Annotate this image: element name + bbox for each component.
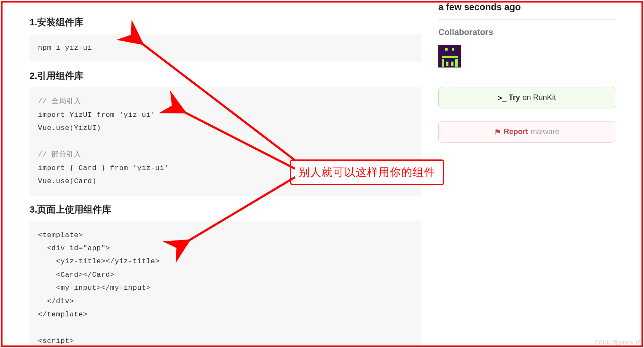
report-malware-button[interactable]: Report malware bbox=[438, 121, 615, 143]
annotation-callout: 别人就可以这样用你的组件 bbox=[290, 159, 444, 185]
report-label-rest: malware bbox=[531, 127, 559, 136]
published-time: a few seconds ago bbox=[438, 0, 615, 19]
code-block-install: npm i yiz-ui bbox=[30, 34, 421, 62]
code-block-usage: <template> <div id="app"> <yiz-title></y… bbox=[30, 221, 421, 348]
code-line: Vue.use(Card) bbox=[38, 177, 97, 185]
code-comment: // 全局引入 bbox=[38, 97, 81, 105]
try-runkit-button[interactable]: >_ Try on RunKit bbox=[438, 87, 615, 108]
terminal-icon: >_ bbox=[498, 93, 506, 102]
code-line: import YizUI from 'yiz-ui' bbox=[38, 111, 155, 119]
report-label-bold: Report bbox=[504, 127, 528, 136]
section-2-title: 2.引用组件库 bbox=[30, 70, 421, 82]
watermark: CSDN @yuanyi1F bbox=[595, 339, 641, 345]
code-text: npm i yiz-ui bbox=[38, 44, 92, 52]
code-line: Vue.use(YizUI) bbox=[38, 124, 101, 132]
sidebar: a few seconds ago Collaborators >_ Try o… bbox=[434, 0, 624, 348]
section-1-title: 1.安装组件库 bbox=[30, 16, 421, 29]
code-text: <template> <div id="app"> <yiz-title></y… bbox=[38, 231, 160, 345]
code-line: import { Card } from 'yiz-ui' bbox=[38, 164, 169, 172]
collaborator-avatar[interactable] bbox=[438, 45, 461, 67]
flag-icon bbox=[494, 129, 501, 135]
code-comment: // 部分引入 bbox=[38, 151, 81, 159]
collaborators-label: Collaborators bbox=[438, 27, 615, 37]
try-label-bold: Try bbox=[509, 93, 520, 102]
divider bbox=[438, 19, 615, 20]
try-label-rest: on RunKit bbox=[523, 93, 556, 102]
section-3-title: 3.页面上使用组件库 bbox=[30, 203, 421, 216]
